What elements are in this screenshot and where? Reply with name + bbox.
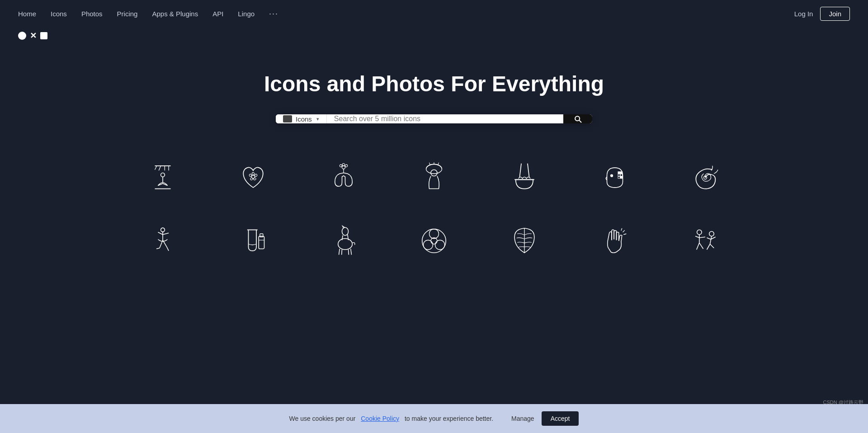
svg-point-54: [429, 229, 439, 239]
logo-circle: [18, 32, 26, 40]
icon-martial-arts[interactable]: [687, 223, 723, 259]
svg-line-64: [695, 236, 699, 238]
svg-line-60: [623, 234, 626, 235]
icon-spiral-shell[interactable]: [687, 160, 723, 196]
icon-celtic-knot[interactable]: [416, 223, 452, 259]
chevron-down-icon: ▾: [316, 116, 319, 122]
nav-lingo[interactable]: Lingo: [238, 10, 255, 18]
nav-icons[interactable]: Icons: [51, 10, 67, 18]
accept-button[interactable]: Accept: [542, 411, 579, 426]
svg-line-42: [167, 247, 169, 251]
svg-rect-44: [259, 236, 264, 249]
nav-links: Home Icons Photos Pricing Apps & Plugins…: [18, 9, 278, 19]
join-button[interactable]: Join: [820, 7, 850, 21]
hero-title: Icons and Photos For Everything: [264, 71, 604, 96]
svg-rect-27: [618, 172, 620, 174]
svg-line-37: [158, 232, 163, 235]
hero-section: Icons and Photos For Everything Icons ▾: [0, 44, 868, 141]
icon-lungs-flower[interactable]: [326, 160, 362, 196]
svg-point-10: [255, 174, 257, 176]
cookie-bar: We use cookies per our Cookie Policy to …: [0, 404, 868, 433]
icon-digital-head[interactable]: [597, 160, 633, 196]
svg-point-9: [252, 173, 254, 175]
icon-lab-equipment[interactable]: [235, 223, 271, 259]
svg-point-11: [254, 178, 256, 180]
search-bar: Icons ▾: [276, 114, 592, 123]
svg-line-72: [710, 244, 714, 248]
nav-pricing[interactable]: Pricing: [117, 10, 138, 18]
svg-point-23: [431, 170, 437, 176]
svg-rect-31: [620, 176, 622, 178]
search-type-label: Icons: [296, 115, 312, 123]
icon-person-headdress[interactable]: [416, 160, 452, 196]
svg-point-13: [249, 174, 251, 176]
icon-meditation-shower[interactable]: [145, 160, 181, 196]
icon-tropical-leaf[interactable]: [506, 223, 542, 259]
svg-line-71: [707, 244, 710, 249]
svg-point-56: [435, 240, 445, 249]
svg-point-16: [345, 165, 348, 167]
nav-more-button[interactable]: ···: [269, 9, 278, 19]
svg-point-47: [342, 227, 349, 235]
search-button[interactable]: [563, 114, 592, 123]
svg-line-22: [438, 163, 439, 165]
search-icon: [573, 114, 582, 123]
svg-line-69: [707, 238, 711, 240]
svg-line-38: [163, 233, 169, 235]
svg-line-65: [699, 237, 705, 238]
svg-line-41: [156, 248, 160, 249]
svg-point-68: [709, 231, 714, 236]
cookie-policy-link[interactable]: Cookie Policy: [361, 415, 399, 422]
svg-point-17: [340, 165, 342, 167]
icon-waving-hand[interactable]: [597, 223, 633, 259]
svg-line-59: [623, 230, 625, 232]
manage-button[interactable]: Manage: [511, 415, 534, 422]
svg-rect-32: [618, 176, 620, 178]
svg-point-12: [250, 178, 253, 180]
nav-auth: Log In Join: [794, 7, 850, 21]
icons-row-1: [36, 160, 832, 196]
svg-line-2: [159, 166, 160, 171]
icon-heart-flower[interactable]: [235, 160, 271, 196]
cookie-text-after: to make your experience better.: [405, 415, 493, 422]
svg-point-48: [338, 239, 353, 250]
icons-section: [0, 141, 868, 313]
navbar: Home Icons Photos Pricing Apps & Plugins…: [0, 0, 868, 27]
svg-line-49: [339, 249, 340, 255]
svg-point-5: [161, 173, 165, 177]
icons-type-icon: [283, 115, 292, 122]
icon-rice-bowl[interactable]: [506, 160, 542, 196]
svg-line-67: [699, 243, 703, 249]
icon-ballet-dancer[interactable]: [145, 223, 181, 259]
svg-point-33: [610, 174, 613, 177]
nav-photos[interactable]: Photos: [81, 10, 103, 18]
icons-row-2: [36, 223, 832, 259]
nav-home[interactable]: Home: [18, 10, 36, 18]
svg-line-20: [429, 163, 430, 165]
svg-line-25: [528, 164, 529, 177]
svg-point-55: [423, 240, 433, 249]
svg-point-14: [342, 166, 345, 169]
svg-line-24: [520, 164, 522, 177]
svg-point-62: [697, 230, 702, 235]
login-button[interactable]: Log In: [794, 10, 813, 18]
svg-point-15: [342, 164, 344, 166]
cookie-text-before: We use cookies per our: [289, 415, 356, 422]
svg-line-66: [697, 243, 699, 249]
cookie-text: We use cookies per our Cookie Policy to …: [289, 415, 494, 422]
nav-api[interactable]: API: [212, 10, 223, 18]
svg-line-1: [155, 166, 157, 170]
search-type-selector[interactable]: Icons ▾: [276, 114, 327, 123]
svg-rect-30: [618, 174, 620, 176]
svg-line-61: [621, 228, 622, 231]
nav-apps-plugins[interactable]: Apps & Plugins: [152, 10, 198, 18]
logo-square: [40, 32, 47, 39]
svg-line-52: [351, 249, 352, 255]
search-input[interactable]: [327, 114, 563, 123]
logo: ✕: [0, 27, 868, 44]
logo-x: ✕: [30, 32, 37, 40]
icon-llama[interactable]: [326, 223, 362, 259]
svg-rect-29: [620, 174, 622, 176]
svg-line-50: [342, 249, 342, 254]
svg-rect-28: [620, 172, 622, 174]
